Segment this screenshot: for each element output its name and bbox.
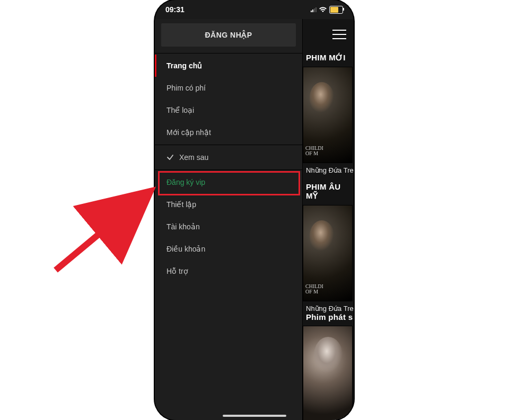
section-title: Phim phát s — [303, 312, 354, 326]
menu-item-home[interactable]: Trang chủ — [155, 55, 302, 77]
movie-caption: Những Đứa Tre — [303, 163, 354, 174]
section-western: PHIM ÂU MỸ CHILDI OF M Những Đứa Tre — [303, 182, 354, 312]
menu-label: Thiết lập — [166, 200, 196, 209]
section-new: PHIM MỚI CHILDI OF M Những Đứa Tre — [303, 53, 354, 174]
menu-label: Phim có phí — [166, 84, 206, 92]
menu-item-support[interactable]: Hỗ trợ — [155, 260, 302, 282]
status-bar: 09:31 — [155, 0, 354, 19]
section-airing: Phim phát s Yêu Trong Đaư — [303, 312, 354, 420]
status-time: 09:31 — [165, 5, 185, 14]
menu-item-settings[interactable]: Thiết lập — [155, 193, 302, 216]
poster-text: CHILDI OF M — [305, 146, 350, 156]
check-icon — [166, 154, 174, 161]
hamburger-icon[interactable] — [332, 30, 346, 39]
app-screen: ĐĂNG NHẬP Trang chủ Phim có phí Thể loại… — [155, 19, 354, 420]
battery-icon — [329, 6, 343, 14]
phone-frame: 09:31 ĐĂNG NHẬP Trang chủ — [155, 0, 354, 420]
svg-line-0 — [56, 191, 151, 270]
status-right — [311, 6, 343, 14]
main-content: PHIM MỚI CHILDI OF M Những Đứa Tre PHIM … — [303, 19, 354, 420]
annotation-arrow-icon — [45, 180, 162, 281]
menu-group-account: Đăng ký vip Thiết lập Tài khoản Điều kho… — [155, 169, 302, 283]
section-title: PHIM ÂU MỸ — [303, 182, 354, 205]
menu-item-account[interactable]: Tài khoản — [155, 216, 302, 238]
movie-poster[interactable]: CHILDI OF M — [303, 67, 353, 163]
menu-item-watch-later[interactable]: Xem sau — [155, 146, 302, 168]
menu-label: Điều khoản — [166, 245, 205, 253]
menu-group-main: Trang chủ Phim có phí Thể loại Mới cập n… — [155, 53, 302, 145]
home-indicator[interactable] — [223, 415, 286, 417]
navigation-drawer: ĐĂNG NHẬP Trang chủ Phim có phí Thể loại… — [155, 19, 303, 420]
menu-item-updates[interactable]: Mới cập nhật — [155, 121, 302, 144]
menu-label: Hỗ trợ — [166, 267, 188, 275]
menu-group-watchlater: Xem sau — [155, 145, 302, 169]
menu-label: Trang chủ — [166, 61, 202, 70]
login-button[interactable]: ĐĂNG NHẬP — [161, 23, 296, 47]
movie-poster[interactable]: CHILDI OF M — [303, 205, 353, 301]
section-title: PHIM MỚI — [303, 53, 354, 67]
poster-text: CHILDI OF M — [305, 284, 350, 294]
menu-item-vip[interactable]: Đăng ký vip — [155, 171, 302, 193]
menu-label: Đăng ký vip — [166, 178, 205, 186]
movie-poster[interactable] — [303, 326, 353, 420]
menu-item-terms[interactable]: Điều khoản — [155, 238, 302, 260]
menu-item-paid[interactable]: Phim có phí — [155, 77, 302, 99]
wifi-icon — [319, 6, 327, 13]
cellular-icon — [311, 7, 317, 12]
menu-label: Thể loại — [166, 106, 194, 114]
menu-item-genre[interactable]: Thể loại — [155, 99, 302, 121]
menu-label: Tài khoản — [166, 222, 200, 231]
movie-caption: Những Đứa Tre — [303, 301, 354, 312]
menu-label: Mới cập nhật — [166, 128, 211, 137]
menu-label: Xem sau — [179, 153, 208, 162]
